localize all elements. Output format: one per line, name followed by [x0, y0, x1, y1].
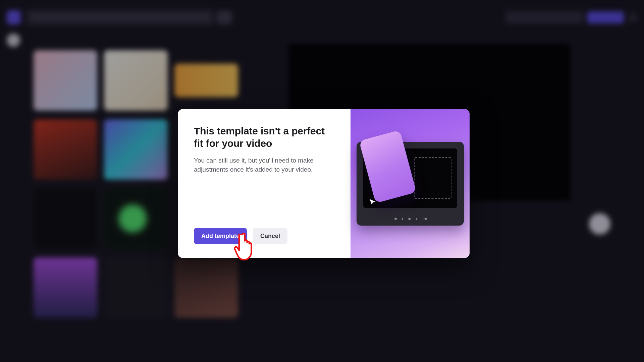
cancel-button[interactable]: Cancel	[253, 228, 287, 244]
dialog-actions: Add template Cancel	[194, 228, 334, 244]
dialog-body: You can still use it, but you'll need to…	[194, 156, 321, 174]
dialog-content: This template isn't a perfect fit for yo…	[178, 109, 351, 258]
add-template-button[interactable]: Add template	[194, 228, 247, 244]
dialog-title: This template isn't a perfect fit for yo…	[194, 125, 334, 149]
placeholder-slot-icon	[414, 157, 451, 199]
editor-controls: ⏮ ◂ ▶ ▸ ⏭	[357, 217, 464, 220]
editor-mock-icon: ⏮ ◂ ▶ ▸ ⏭	[357, 142, 464, 226]
prev-icon: ◂	[401, 217, 405, 220]
dialog-illustration: ⏮ ◂ ▶ ▸ ⏭	[351, 109, 470, 258]
template-fit-dialog: This template isn't a perfect fit for yo…	[178, 109, 470, 258]
next-icon: ▸	[416, 217, 419, 220]
skip-start-icon: ⏮	[394, 217, 397, 220]
play-icon: ▶	[409, 217, 412, 220]
skip-end-icon: ⏭	[423, 217, 427, 220]
